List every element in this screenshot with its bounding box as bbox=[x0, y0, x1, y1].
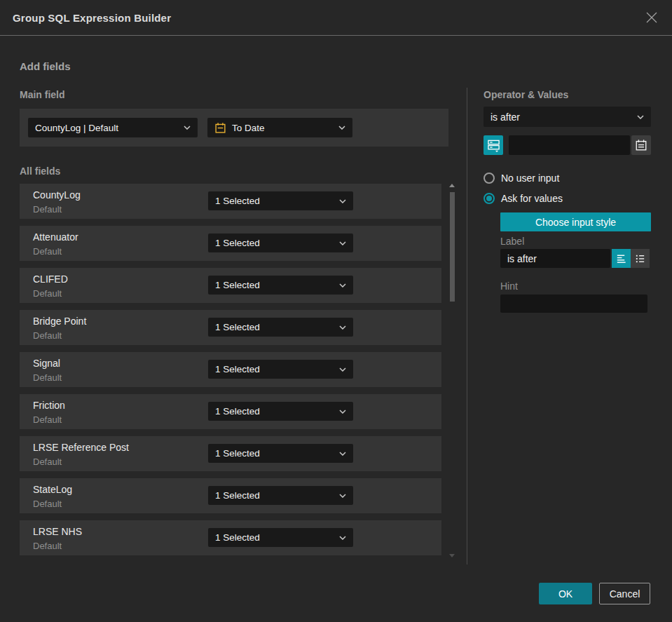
field-row: Attenuator Default 1 Selected bbox=[20, 226, 441, 261]
field-row: StateLog Default 1 Selected bbox=[20, 478, 441, 513]
align-left-lines-icon bbox=[615, 252, 627, 264]
cancel-button[interactable]: Cancel bbox=[599, 583, 650, 604]
radio-no-user-input[interactable]: No user input bbox=[484, 173, 559, 184]
main-field-label: Main field bbox=[20, 89, 65, 100]
main-field-select-value: CountyLog | Default bbox=[35, 123, 178, 133]
chevron-down-icon bbox=[339, 410, 346, 414]
all-fields-label: All fields bbox=[20, 165, 60, 177]
label-value-input[interactable] bbox=[500, 249, 610, 268]
field-selected-value: 1 Selected bbox=[215, 280, 334, 290]
field-selected-dropdown[interactable]: 1 Selected bbox=[208, 360, 353, 379]
field-selected-dropdown[interactable]: 1 Selected bbox=[208, 318, 353, 337]
chevron-down-icon bbox=[339, 367, 346, 372]
chevron-down-icon bbox=[339, 283, 346, 288]
field-selected-dropdown[interactable]: 1 Selected bbox=[208, 486, 353, 505]
field-row: Bridge Point Default 1 Selected bbox=[20, 310, 441, 345]
field-selected-dropdown[interactable]: 1 Selected bbox=[208, 276, 353, 295]
label-field-label: Label bbox=[500, 236, 524, 247]
operator-select[interactable]: is after bbox=[484, 107, 651, 127]
date-field-select[interactable]: To Date bbox=[207, 118, 352, 137]
operator-select-value: is after bbox=[491, 111, 631, 123]
field-name: Friction bbox=[33, 400, 65, 411]
value-mode-button[interactable] bbox=[484, 135, 503, 155]
chevron-down-icon bbox=[637, 115, 644, 119]
choose-input-style-button[interactable]: Choose input style bbox=[500, 212, 651, 231]
field-selected-value: 1 Selected bbox=[215, 322, 334, 332]
field-selected-value: 1 Selected bbox=[215, 532, 334, 543]
chevron-down-icon bbox=[184, 126, 191, 130]
radio-ask-for-values[interactable]: Ask for values bbox=[484, 193, 563, 204]
field-selected-value: 1 Selected bbox=[215, 238, 334, 248]
field-selected-dropdown[interactable]: 1 Selected bbox=[208, 402, 353, 421]
chevron-down-icon bbox=[339, 199, 346, 203]
field-subtitle: Default bbox=[33, 372, 62, 383]
field-name: LRSE Reference Post bbox=[33, 442, 129, 453]
date-picker-button[interactable] bbox=[631, 135, 651, 155]
radio-circle-checked-icon bbox=[484, 193, 495, 204]
field-name: CLIFED bbox=[33, 273, 68, 285]
stacked-list-caret-icon bbox=[487, 139, 500, 152]
field-subtitle: Default bbox=[33, 246, 62, 257]
hint-value-input[interactable] bbox=[500, 295, 647, 313]
chevron-down-icon bbox=[339, 452, 346, 456]
calendar-icon bbox=[635, 139, 647, 151]
all-fields-scrollbar[interactable] bbox=[449, 182, 455, 561]
field-selected-dropdown[interactable]: 1 Selected bbox=[208, 234, 353, 252]
chevron-down-icon bbox=[339, 325, 346, 330]
field-selected-value: 1 Selected bbox=[215, 406, 334, 417]
field-subtitle: Default bbox=[33, 541, 62, 551]
field-selected-value: 1 Selected bbox=[215, 364, 334, 374]
chevron-down-icon bbox=[339, 536, 346, 540]
field-row: Friction Default 1 Selected bbox=[20, 394, 441, 429]
field-subtitle: Default bbox=[33, 288, 62, 299]
chevron-down-icon bbox=[339, 241, 346, 245]
field-name: StateLog bbox=[33, 484, 72, 495]
field-selected-dropdown[interactable]: 1 Selected bbox=[208, 444, 353, 463]
calendar-icon bbox=[214, 122, 226, 134]
list-style-button[interactable] bbox=[631, 249, 650, 268]
field-subtitle: Default bbox=[33, 457, 62, 467]
title-bar: Group SQL Expression Builder bbox=[0, 0, 672, 36]
date-value-input[interactable] bbox=[509, 135, 630, 155]
bulleted-list-icon bbox=[634, 252, 646, 264]
field-row: Signal Default 1 Selected bbox=[20, 352, 441, 387]
field-row: LRSE NHS Default 1 Selected bbox=[20, 520, 441, 555]
radio-ask-for-values-label: Ask for values bbox=[501, 193, 563, 204]
field-row: CountyLog Default 1 Selected bbox=[20, 184, 441, 219]
scroll-down-arrow-icon[interactable] bbox=[449, 554, 455, 557]
field-subtitle: Default bbox=[33, 499, 62, 509]
field-subtitle: Default bbox=[33, 330, 62, 341]
close-icon[interactable] bbox=[644, 10, 659, 25]
scroll-up-arrow-icon[interactable] bbox=[449, 184, 455, 187]
column-divider bbox=[467, 88, 467, 564]
field-subtitle: Default bbox=[33, 204, 62, 215]
field-row: LRSE Reference Post Default 1 Selected bbox=[20, 436, 441, 471]
field-selected-dropdown[interactable]: 1 Selected bbox=[208, 528, 353, 547]
scrollbar-thumb[interactable] bbox=[450, 192, 455, 302]
date-field-select-value: To Date bbox=[232, 123, 333, 133]
field-name: CountyLog bbox=[33, 189, 81, 201]
radio-no-user-input-label: No user input bbox=[501, 173, 559, 184]
group-sql-expression-builder-dialog: Group SQL Expression Builder Add fields … bbox=[0, 0, 672, 622]
field-name: Bridge Point bbox=[33, 316, 86, 327]
ok-button[interactable]: OK bbox=[539, 583, 592, 604]
radio-circle-icon bbox=[484, 173, 495, 184]
operator-values-heading: Operator & Values bbox=[484, 89, 568, 100]
field-selected-value: 1 Selected bbox=[215, 196, 334, 206]
chevron-down-icon bbox=[339, 494, 346, 498]
field-subtitle: Default bbox=[33, 414, 62, 425]
field-row: CLIFED Default 1 Selected bbox=[20, 268, 441, 303]
field-selected-dropdown[interactable]: 1 Selected bbox=[208, 191, 353, 210]
main-field-panel: CountyLog | Default To Date bbox=[20, 109, 448, 147]
field-name: Signal bbox=[33, 358, 60, 369]
dialog-title: Group SQL Expression Builder bbox=[13, 12, 171, 24]
add-fields-heading: Add fields bbox=[20, 60, 71, 72]
field-selected-value: 1 Selected bbox=[215, 448, 334, 459]
field-selected-value: 1 Selected bbox=[215, 490, 334, 501]
main-field-select[interactable]: CountyLog | Default bbox=[28, 118, 198, 137]
chevron-down-icon bbox=[338, 126, 345, 130]
hint-field-label: Hint bbox=[500, 280, 518, 292]
field-name: LRSE NHS bbox=[33, 526, 82, 537]
single-line-style-button[interactable] bbox=[612, 249, 631, 268]
field-name: Attenuator bbox=[33, 231, 78, 243]
